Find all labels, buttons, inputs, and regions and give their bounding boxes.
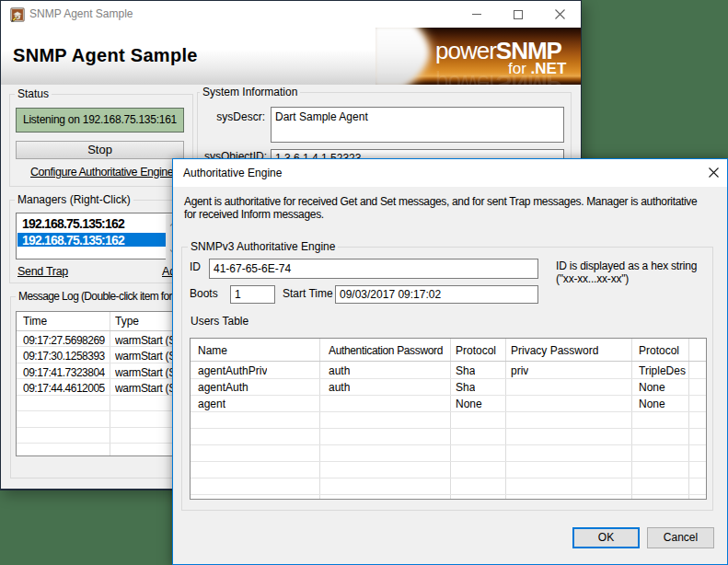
svg-text:for .NET: for .NET [508, 60, 567, 77]
